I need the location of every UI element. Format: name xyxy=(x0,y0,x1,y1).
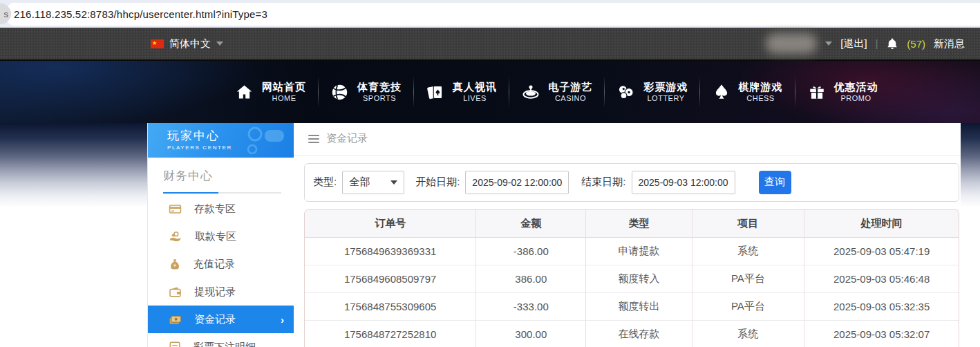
china-flag-icon: ★ xyxy=(151,39,164,48)
logout-button[interactable]: [退出] xyxy=(840,37,867,50)
type-label: 类型: xyxy=(313,176,337,189)
nav-label-zh: 优惠活动 xyxy=(834,81,878,94)
nav-label-zh: 棋牌游戏 xyxy=(739,81,783,94)
cell-amount: -386.00 xyxy=(476,238,586,265)
nav-label-zh: 电子游艺 xyxy=(549,81,593,94)
chevron-down-icon xyxy=(390,180,397,185)
section-title: 财务中心 xyxy=(163,168,281,184)
nav-label-en: CASINO xyxy=(555,94,586,104)
type-select[interactable]: 全部 xyxy=(342,171,404,194)
col-type: 类型 xyxy=(586,210,692,238)
chevron-down-icon[interactable] xyxy=(825,41,832,46)
nav-label-en: LOTTERY xyxy=(647,94,684,104)
cell-type: 额度转出 xyxy=(586,293,692,321)
nav-label-zh: 体育竞技 xyxy=(357,81,402,94)
page-background: 玩家中心 PLAYERS CENTER 财务中心 xyxy=(0,123,980,347)
nav-label-en: PROMO xyxy=(840,94,871,104)
nav-item-lives[interactable]: 真人视讯 LIVES xyxy=(414,81,509,104)
svg-text:¥: ¥ xyxy=(173,263,176,268)
list-document-icon xyxy=(169,341,181,347)
content-container: 玩家中心 PLAYERS CENTER 财务中心 xyxy=(147,123,961,347)
chevron-down-icon xyxy=(216,41,223,46)
gift-icon xyxy=(808,83,826,101)
cell-amount: 300.00 xyxy=(476,321,586,347)
nav-label-zh: 真人视讯 xyxy=(453,81,497,94)
notification-bell-icon[interactable] xyxy=(886,37,898,50)
sidebar-item-deposit-zone[interactable]: 存款专区 xyxy=(148,195,294,223)
cell-amount: 386.00 xyxy=(476,265,586,293)
cell-process-time: 2025-09-03 05:47:19 xyxy=(804,238,959,265)
col-project: 项目 xyxy=(692,210,804,238)
cell-type: 额度转入 xyxy=(586,265,692,293)
cell-type: 申请提款 xyxy=(586,238,692,265)
sidebar-item-label: 存款专区 xyxy=(194,203,236,216)
cell-order-no: 1756849639369331 xyxy=(305,238,476,265)
sidebar-item-label: 彩票下注明细 xyxy=(194,341,256,347)
cell-order-no: 1756848727252810 xyxy=(305,321,476,347)
nav-label-zh: 网站首页 xyxy=(262,81,306,94)
hand-coin-icon xyxy=(169,229,182,243)
cell-process-time: 2025-09-03 05:46:48 xyxy=(804,265,959,293)
end-date-input[interactable] xyxy=(632,171,735,194)
browser-bar: s 216.118.235.52:8783/hhcp/usercenter.ht… xyxy=(0,0,980,28)
col-order-no: 订单号 xyxy=(305,210,476,238)
cell-order-no: 1756848755309605 xyxy=(305,293,476,321)
page-title: 资金记录 xyxy=(326,132,368,145)
sidebar-section: 财务中心 xyxy=(148,158,294,194)
sports-ball-icon xyxy=(330,83,349,102)
nav-item-chess[interactable]: 棋牌游戏 CHESS xyxy=(700,81,795,104)
language-selector[interactable]: ★ 简体中文 xyxy=(151,37,223,50)
topbar-divider: | xyxy=(876,38,878,49)
url-text: 216.118.235.52:8783/hhcp/usercenter.html… xyxy=(14,8,267,20)
filter-bar: 类型: 全部 开始日期: 结束日期: 查询 xyxy=(304,163,959,202)
nav-item-home[interactable]: 网站首页 HOME xyxy=(223,81,318,104)
bank-card-icon xyxy=(169,203,182,216)
account-topbar: ★ 简体中文 [退出] | (57) 新消息 xyxy=(0,28,980,61)
nav-item-sports[interactable]: 体育竞技 SPORTS xyxy=(319,81,413,104)
nav-item-promo[interactable]: 优惠活动 PROMO xyxy=(795,81,890,104)
sidebar-item-funds-record[interactable]: 资金记录 › xyxy=(148,306,294,333)
table-row: 1756849639369331 -386.00 申请提款 系统 2025-09… xyxy=(305,238,959,265)
nav-label-en: CHESS xyxy=(746,94,774,104)
sidebar-item-withdrawal-record[interactable]: 提现记录 xyxy=(148,278,294,306)
table-header-row: 订单号 金额 类型 项目 处理时间 xyxy=(305,210,959,238)
nav-item-lottery[interactable]: 彩票游戏 LOTTERY xyxy=(605,81,699,104)
col-amount: 金额 xyxy=(476,210,586,238)
roulette-icon xyxy=(521,82,540,102)
sidebar-item-label: 提现记录 xyxy=(194,285,236,299)
menu-icon xyxy=(308,135,319,143)
spade-icon xyxy=(713,83,731,101)
nav-label-zh: 彩票游戏 xyxy=(644,81,688,94)
table-row: 1756848727252810 300.00 在线存款 系统 2025-09-… xyxy=(305,321,959,347)
cash-stack-icon xyxy=(169,313,182,326)
funds-record-table: 订单号 金额 类型 项目 处理时间 1756849639369331 -386.… xyxy=(304,209,959,347)
breadcrumb: 资金记录 xyxy=(294,123,961,156)
cell-project: 系统 xyxy=(692,321,804,347)
sidebar-menu: 存款专区 取款专区 ¥ 充值记录 xyxy=(148,195,294,347)
sidebar-header: 玩家中心 PLAYERS CENTER xyxy=(148,123,294,158)
sidebar-item-withdraw-zone[interactable]: 取款专区 xyxy=(148,223,294,250)
nav-item-casino[interactable]: 电子游艺 CASINO xyxy=(509,81,604,104)
section-underline xyxy=(163,192,281,194)
gamepad-deco-icon xyxy=(240,126,288,155)
new-messages-link[interactable]: 新消息 xyxy=(934,37,965,50)
cell-order-no: 1756849608509797 xyxy=(305,265,476,293)
start-date-label: 开始日期: xyxy=(415,176,460,189)
url-bar[interactable]: 216.118.235.52:8783/hhcp/usercenter.html… xyxy=(7,3,980,26)
start-date-input[interactable] xyxy=(465,171,569,194)
nav-label-en: LIVES xyxy=(463,94,487,104)
home-icon xyxy=(235,83,254,102)
main-navbar: 网站首页 HOME 体育竞技 SPORTS 真人视讯 xyxy=(0,61,980,123)
cell-project: 系统 xyxy=(692,238,804,265)
main-panel: 资金记录 类型: 全部 开始日期: 结束日期: 查询 xyxy=(294,123,961,347)
search-button[interactable]: 查询 xyxy=(759,171,791,194)
nav-label-en: SPORTS xyxy=(363,94,396,104)
table-row: 1756849608509797 386.00 额度转入 PA平台 2025-0… xyxy=(305,265,959,293)
sidebar-item-label: 资金记录 xyxy=(194,313,236,326)
sidebar-item-recharge-record[interactable]: ¥ 充值记录 xyxy=(148,250,294,278)
col-process-time: 处理时间 xyxy=(804,210,959,238)
end-date-label: 结束日期: xyxy=(581,176,625,189)
nav-list: 网站首页 HOME 体育竞技 SPORTS 真人视讯 xyxy=(223,76,890,108)
sidebar-item-lottery-bet-detail[interactable]: 彩票下注明细 xyxy=(148,333,294,347)
language-label: 简体中文 xyxy=(169,37,211,50)
